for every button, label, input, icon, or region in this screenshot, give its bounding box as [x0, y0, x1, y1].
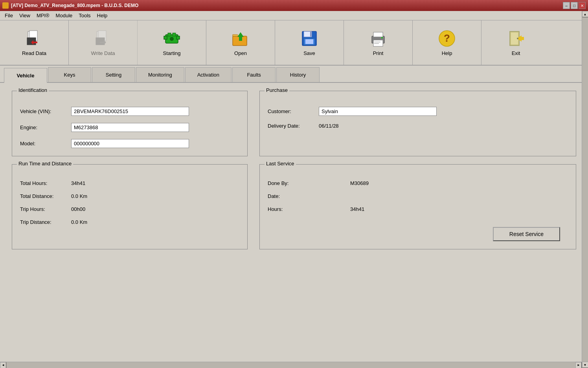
trip-hours-row: Trip Hours: 00h00 — [20, 206, 239, 212]
scroll-right-button[interactable]: ► — [575, 362, 582, 368]
window-controls: – □ ✕ — [563, 2, 586, 9]
scroll-up-button[interactable]: ▲ — [582, 11, 588, 17]
svg-rect-6 — [96, 38, 105, 45]
model-row: Model: — [20, 139, 239, 148]
purchase-panel: Purchase Customer: Delivery Date: 06/11/… — [259, 91, 576, 156]
identification-title: Identification — [17, 87, 49, 93]
engine-input[interactable] — [71, 123, 189, 132]
tab-setting[interactable]: Setting — [92, 67, 135, 82]
total-distance-value: 0.0 Km — [71, 193, 87, 199]
scroll-track-horizontal[interactable] — [6, 362, 575, 368]
svg-rect-20 — [305, 39, 313, 44]
trip-hours-value: 00h00 — [71, 206, 85, 212]
last-service-panel: Last Service Done By: M30689 Date: Hours… — [259, 164, 576, 249]
delivery-row: Delivery Date: 06/11/28 — [268, 123, 568, 129]
menu-module[interactable]: Module — [53, 12, 76, 19]
read-data-icon — [25, 29, 44, 48]
engine-label: Engine: — [20, 124, 71, 130]
write-data-icon — [94, 29, 112, 48]
service-hours-value: 34h41 — [350, 206, 364, 212]
menu-help[interactable]: Help — [94, 12, 111, 19]
exit-label: Exit — [512, 50, 520, 56]
help-button[interactable]: ? Help — [413, 20, 481, 65]
save-label: Save — [303, 50, 315, 56]
tab-monitoring[interactable]: Monitoring — [136, 67, 184, 82]
title-bar: [ATV] Demo_ATV_Renegade_800.mpem - B.U.D… — [0, 0, 588, 11]
engine-row: Engine: — [20, 123, 239, 132]
tab-keys[interactable]: Keys — [48, 67, 91, 82]
customer-input[interactable] — [319, 107, 437, 116]
read-data-button[interactable]: Read Data — [0, 20, 69, 65]
maximize-button[interactable]: □ — [571, 2, 578, 9]
tab-history[interactable]: History — [276, 67, 320, 82]
read-data-label: Read Data — [22, 50, 46, 56]
close-button[interactable]: ✕ — [579, 2, 586, 9]
print-button[interactable]: Print — [344, 20, 413, 65]
total-distance-label: Total Distance: — [20, 193, 71, 199]
service-hours-row: Hours: 34h41 — [268, 206, 568, 212]
help-icon: ? — [437, 29, 456, 48]
model-label: Model: — [20, 141, 71, 146]
svg-rect-18 — [310, 32, 311, 37]
scroll-down-button[interactable]: ▼ — [582, 362, 588, 368]
print-icon — [369, 29, 388, 48]
done-by-row: Done By: M30689 — [268, 180, 568, 186]
top-row: Identification Vehicle (VIN): Engine: Mo… — [12, 91, 576, 156]
starting-icon — [162, 29, 181, 48]
menu-tools[interactable]: Tools — [75, 12, 94, 19]
svg-text:?: ? — [444, 32, 450, 44]
tab-vehicle[interactable]: Vehicle — [4, 68, 47, 83]
svg-rect-22 — [373, 32, 383, 37]
menu-view[interactable]: View — [16, 12, 33, 19]
vin-row: Vehicle (VIN): — [20, 107, 239, 116]
total-hours-value: 34h41 — [71, 180, 85, 186]
bottom-row: Run Time and Distance Total Hours: 34h41… — [12, 164, 576, 249]
exit-button[interactable]: Exit — [481, 20, 550, 65]
app-icon — [2, 2, 9, 9]
delivery-value: 06/11/28 — [319, 123, 339, 129]
done-by-value: M30689 — [350, 180, 369, 186]
tab-activation[interactable]: Activation — [185, 67, 232, 82]
reset-service-button[interactable]: Reset Service — [493, 227, 560, 241]
svg-rect-24 — [374, 42, 380, 42]
starting-label: Starting — [163, 50, 181, 56]
menu-mpi[interactable]: MPI® — [33, 12, 53, 19]
open-icon — [231, 29, 250, 48]
title-text: [ATV] Demo_ATV_Renegade_800.mpem - B.U.D… — [11, 3, 138, 8]
title-left: [ATV] Demo_ATV_Renegade_800.mpem - B.U.D… — [2, 2, 138, 9]
svg-rect-11 — [164, 36, 167, 39]
menu-file[interactable]: File — [2, 12, 16, 19]
customer-label: Customer: — [268, 108, 319, 114]
svg-point-13 — [170, 37, 174, 41]
horizontal-scrollbar: ◄ ► — [0, 362, 582, 368]
write-data-button[interactable]: Write Data — [69, 20, 138, 65]
delivery-label: Delivery Date: — [268, 123, 319, 129]
svg-point-32 — [517, 38, 518, 39]
scroll-left-button[interactable]: ◄ — [0, 362, 6, 368]
model-input[interactable] — [71, 139, 189, 148]
total-hours-row: Total Hours: 34h41 — [20, 180, 239, 186]
runtime-title: Run Time and Distance — [17, 161, 73, 167]
tab-faults[interactable]: Faults — [232, 67, 276, 82]
purchase-title: Purchase — [265, 87, 289, 93]
toolbar: Read Data Write Data Star — [0, 20, 588, 66]
exit-icon — [507, 29, 526, 48]
open-button[interactable]: Open — [206, 20, 275, 65]
svg-rect-12 — [176, 36, 180, 39]
svg-rect-2 — [27, 38, 36, 45]
save-button[interactable]: Save — [275, 20, 344, 65]
vin-label: Vehicle (VIN): — [20, 108, 71, 114]
vertical-scrollbar: ▲ ▼ — [582, 11, 588, 368]
svg-rect-25 — [374, 43, 379, 44]
starting-button[interactable]: Starting — [138, 20, 206, 65]
trip-distance-row: Trip Distance: 0.0 Km — [20, 219, 239, 225]
customer-row: Customer: — [268, 107, 568, 116]
minimize-button[interactable]: – — [563, 2, 570, 9]
total-hours-label: Total Hours: — [20, 180, 71, 186]
svg-point-26 — [381, 37, 383, 38]
total-distance-row: Total Distance: 0.0 Km — [20, 193, 239, 199]
vin-input[interactable] — [71, 107, 189, 116]
service-date-row: Date: — [268, 193, 568, 199]
scroll-track-vertical[interactable] — [582, 17, 588, 362]
identification-panel: Identification Vehicle (VIN): Engine: Mo… — [12, 91, 248, 156]
